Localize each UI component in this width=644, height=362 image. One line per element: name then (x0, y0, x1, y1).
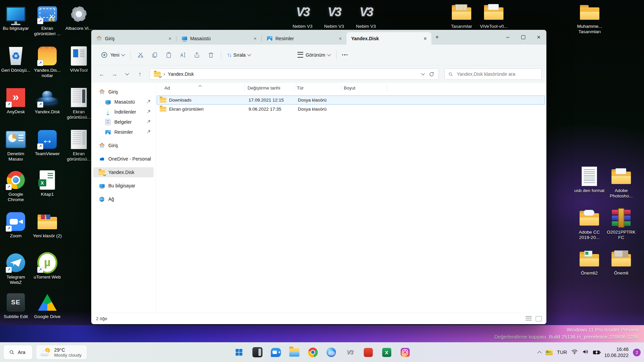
tray-folder-key-icon[interactable] (545, 350, 553, 355)
desktop-icon-subtitle-edit[interactable]: SE Subtitle Edit (0, 292, 31, 319)
desktop-icon-nebim-v3-3[interactable]: V3 Nebim V3 (351, 2, 381, 29)
paste-button[interactable] (162, 49, 176, 61)
taskbar-search[interactable]: Ara (3, 345, 33, 360)
weather-widget[interactable]: 29°C Mostly cloudy (36, 345, 88, 360)
view-button[interactable]: Görünüm (294, 49, 333, 60)
desktop-icon-yandex-disk[interactable]: ↗ Yandex.Disk (32, 87, 63, 115)
taskbar-nebim-v3[interactable]: V3 (343, 346, 357, 359)
column-header-ad[interactable]: Ad (164, 85, 170, 90)
sidebar-item-masaustu[interactable]: Masaüstü (93, 97, 154, 107)
notification-badge[interactable]: 2 (633, 349, 641, 356)
sidebar-item-giris[interactable]: Giriş (93, 87, 154, 97)
taskbar-instagram[interactable] (398, 346, 412, 359)
desktop-icon-teamviewer[interactable]: ↔↗ TeamViewer (32, 129, 63, 157)
file-row-downloads[interactable]: Downloads 17.09.2021 12:15 Dosya klasörü (157, 96, 545, 105)
tab-close-icon[interactable]: × (167, 36, 173, 41)
desktop-icon-tasarimlar[interactable]: Tasarımlar (446, 2, 477, 29)
taskbar-chrome[interactable] (306, 346, 320, 359)
desktop-icon-ekran-goruntuleri[interactable]: ↗ Ekran görüntüleri ... (32, 4, 63, 37)
more-options-button[interactable] (339, 54, 351, 56)
tab-close-icon[interactable]: × (252, 36, 258, 41)
start-button[interactable] (232, 346, 246, 359)
taskbar-file-explorer[interactable] (288, 346, 301, 359)
desktop-icon-vivetool-folder[interactable]: ViVeTool-v0... (478, 2, 509, 29)
desktop-icon-albacore[interactable]: Albacore.Vi... (63, 4, 94, 31)
tab-close-icon[interactable]: × (422, 36, 428, 41)
share-button[interactable] (190, 49, 204, 61)
new-button[interactable]: Yeni (97, 49, 128, 61)
address-dropdown-icon[interactable] (421, 71, 425, 75)
maximize-button[interactable] (516, 30, 531, 45)
recent-locations-button[interactable] (121, 69, 133, 79)
details-view-button[interactable] (526, 316, 532, 321)
desktop-icon-screenshot-2[interactable]: Ekran görüntüsü... (63, 129, 94, 162)
taskbar-edge[interactable] (325, 346, 338, 359)
battery-icon[interactable] (593, 351, 600, 354)
tab-giris[interactable]: Giriş × (91, 32, 176, 45)
desktop-icon-telegram[interactable]: ↗ Telegram WebZ (0, 253, 31, 285)
volume-icon[interactable] (582, 349, 589, 356)
desktop-icon-utorrent[interactable]: µ↗ uTorrent Web (32, 253, 63, 280)
refresh-button[interactable] (427, 71, 436, 77)
tray-overflow-icon[interactable] (537, 351, 542, 355)
column-header-degistirme-tarihi[interactable]: Değiştirme tarihi (248, 85, 280, 90)
desktop-icon-usb-den-format[interactable]: usb den format (574, 166, 605, 193)
desktop-icon-muhammed-tasarimlari[interactable]: Muhamme... Tasarımları (574, 2, 605, 35)
sidebar-item-belgeler[interactable]: Belgeler (93, 117, 154, 127)
desktop-icon-kitap1[interactable]: X Kitap1 (32, 170, 63, 197)
tab-yandex-disk[interactable]: Yandex.Disk × (346, 32, 431, 45)
desktop-icon-yandex-notlar[interactable]: ↗ Yandex.Dis... notlar (32, 46, 63, 78)
desktop-icon-adobe-cc[interactable]: Adobe CC 2019-20... (574, 208, 605, 240)
file-row-ekran-goruntuleri[interactable]: Ekran görüntüleri 9.06.2022 17:35 Dosya … (157, 105, 545, 114)
desktop-icon-nebim-v3-2[interactable]: V3 Nebim V3 (319, 2, 350, 29)
sidebar-item-resimler[interactable]: Resimler (93, 127, 154, 137)
forward-button[interactable]: → (109, 69, 120, 79)
large-icons-view-button[interactable] (536, 316, 542, 321)
desktop-icon-onemli2[interactable]: Önemli2 (574, 249, 605, 276)
tab-resimler[interactable]: Resimler × (262, 32, 346, 45)
address-box[interactable]: › Yandex.Disk (150, 68, 439, 80)
keyboard-language[interactable]: TUR (557, 350, 567, 355)
sidebar-item-indirilenler[interactable]: ↓ İndirilenler (93, 107, 154, 117)
column-header-boyut[interactable]: Boyut (344, 85, 356, 90)
sidebar-item-onedrive[interactable]: OneDrive - Personal (93, 154, 154, 164)
sidebar-item-ag[interactable]: Ağ (93, 194, 154, 204)
desktop-icon-zoom[interactable]: ↗ Zoom (0, 212, 31, 239)
desktop-icon-bu-bilgisayar[interactable]: Bu bilgisayar (0, 4, 31, 31)
desktop-icon-anydesk[interactable]: »↗ AnyDesk (0, 87, 31, 115)
desktop-icon-screenshot-1[interactable]: Ekran görüntüsü... (63, 87, 94, 120)
desktop-icon-vivetool[interactable]: ViVeTool (63, 46, 94, 73)
desktop-icon-winrar-archive[interactable]: O2021PPTRK FC (606, 208, 637, 240)
taskbar-dark-app[interactable] (251, 346, 264, 359)
sidebar-item-giris-2[interactable]: Giriş (93, 140, 154, 150)
desktop-icon-nebim-v3-1[interactable]: V3 Nebim V3 (287, 2, 318, 29)
close-button[interactable]: × (531, 30, 546, 45)
desktop-icon-adobe-photoshop[interactable]: Adobe Photosho... (606, 166, 637, 199)
clock[interactable]: 16:46 10.06.2022 (604, 346, 629, 358)
tab-close-icon[interactable]: × (337, 36, 343, 41)
sidebar-item-bu-bilgisayar[interactable]: Bu bilgisayar (93, 181, 154, 191)
up-button[interactable]: ↑ (134, 69, 146, 79)
desktop-icon-onemli[interactable]: Önemli (606, 249, 637, 276)
copy-button[interactable] (148, 49, 162, 61)
tab-masaustu[interactable]: Masaüstü × (176, 32, 261, 45)
cut-button[interactable] (133, 49, 148, 61)
taskbar-excel[interactable]: X (380, 346, 393, 359)
rename-button[interactable] (176, 49, 190, 61)
search-box[interactable] (444, 68, 542, 80)
sidebar-item-yandex-disk[interactable]: Yandex.Disk (93, 167, 154, 177)
back-button[interactable]: ← (96, 69, 107, 79)
desktop-icon-denetim-masasi[interactable]: Denetim Masası (0, 129, 31, 162)
taskbar-red-app[interactable] (362, 346, 375, 359)
wifi-icon[interactable] (571, 349, 578, 356)
desktop-icon-google-chrome[interactable]: ↗ Google Chrome (0, 170, 31, 202)
desktop-icon-geri-donusum[interactable]: ♻ Geri Dönüşü... (0, 46, 31, 73)
new-tab-button[interactable]: + (431, 32, 443, 43)
minimize-button[interactable]: – (500, 30, 516, 45)
taskbar-chat[interactable] (269, 346, 283, 359)
sort-button[interactable]: ↑↓ Sırala (224, 49, 254, 61)
search-input[interactable] (456, 71, 538, 77)
column-header-tur[interactable]: Tür (297, 85, 304, 90)
desktop-icon-yeni-klasor[interactable]: Yeni klasör (2) (32, 212, 63, 239)
desktop-icon-google-drive[interactable]: Google Drive (32, 292, 63, 319)
